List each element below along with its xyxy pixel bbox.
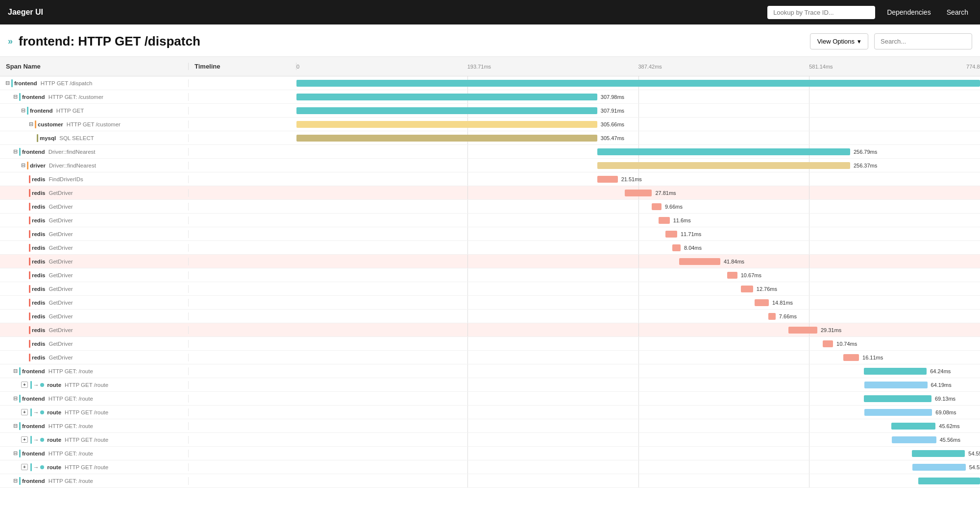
collapse-toggle[interactable]: ⊟ — [13, 395, 18, 402]
span-name-cell: mysqlSQL SELECT — [0, 134, 189, 142]
tick-line — [467, 227, 468, 240]
span-bar-cell: 14.81ms — [296, 296, 980, 309]
span-bar-cell: 12.76ms — [296, 282, 980, 295]
header: Jaeger UI Dependencies Search — [0, 0, 980, 24]
span-name-cell: ⊟ driverDriver::findNearest — [0, 162, 189, 169]
operation-label: GetDriver — [49, 300, 73, 306]
tick-line — [809, 255, 809, 268]
span-bar-cell: 10.74ms — [296, 337, 980, 350]
tick-line — [809, 378, 809, 391]
expand-toggle[interactable]: + — [21, 436, 28, 443]
operation-label: HTTP GET: /route — [49, 478, 93, 484]
tick-line — [809, 131, 809, 144]
tick-line — [638, 392, 639, 405]
dest-service-label: route — [47, 409, 61, 415]
tick-line — [467, 255, 468, 268]
page-title: frontend: HTTP GET /dispatch — [19, 34, 804, 49]
span-bar — [788, 327, 817, 334]
service-label: customer — [38, 121, 63, 127]
collapse-toggle[interactable]: ⊟ — [13, 94, 18, 100]
tick-line — [467, 419, 468, 432]
dependencies-button[interactable]: Dependencies — [883, 5, 935, 19]
operation-label: GetDriver — [49, 190, 73, 196]
tick-line — [638, 241, 639, 254]
service-color-bar — [29, 244, 30, 252]
search-button[interactable]: Search — [943, 5, 972, 19]
span-arrow: → — [33, 464, 39, 470]
collapse-toggle[interactable]: ⊟ — [13, 148, 18, 155]
tick-line — [809, 406, 809, 419]
span-bar-cell: 66.85ms — [296, 474, 980, 487]
collapse-toggle[interactable]: ⊟ — [13, 423, 18, 429]
span-duration-label: 305.47ms — [601, 135, 624, 141]
operation-label: HTTP GET: /route — [49, 396, 93, 402]
tick-line — [638, 118, 639, 131]
collapse-toggle[interactable]: ⊟ — [13, 368, 18, 374]
span-bar — [918, 478, 980, 484]
service-color-bar — [29, 340, 30, 348]
trace-id-lookup[interactable] — [767, 6, 875, 19]
service-label: redis — [32, 313, 46, 319]
span-search-input[interactable] — [874, 33, 972, 49]
table-row: ⊟ frontendHTTP GET: /route66.85ms — [0, 474, 980, 488]
tick-line — [809, 227, 809, 240]
service-label: redis — [32, 176, 46, 182]
span-name-cell: + → routeHTTP GET /route — [0, 408, 189, 416]
service-label: redis — [32, 286, 46, 292]
operation-label: HTTP GET /route — [65, 382, 108, 388]
collapse-toggle[interactable]: ⊟ — [13, 478, 18, 484]
table-row: redisGetDriver14.81ms — [0, 296, 980, 310]
dest-service-label: route — [47, 464, 61, 470]
span-arrow: → — [33, 382, 39, 388]
collapse-toggle[interactable]: ⊟ — [21, 107, 25, 114]
span-bar — [652, 203, 662, 210]
span-bar — [864, 368, 927, 375]
table-row: + → routeHTTP GET /route54.52ms — [0, 460, 980, 474]
service-color-bar — [19, 422, 21, 430]
tick-line — [467, 460, 468, 474]
span-bar-cell: 45.62ms — [296, 419, 980, 432]
expand-toggle[interactable]: + — [21, 382, 28, 388]
operation-label: HTTP GET: /route — [49, 451, 93, 456]
view-options-button[interactable]: View Options ▾ — [810, 33, 868, 49]
span-arrow: → — [33, 409, 39, 415]
tick-line — [467, 433, 468, 446]
span-name-cell: redisGetDriver — [0, 312, 189, 320]
dest-service-label: route — [47, 382, 61, 388]
span-bar — [741, 286, 753, 292]
operation-label: HTTP GET: /route — [49, 423, 93, 429]
span-bar — [665, 231, 677, 238]
span-bar — [296, 135, 597, 142]
tick-line — [467, 474, 468, 487]
table-row: redisFindDriverIDs21.51ms — [0, 172, 980, 186]
service-label: redis — [32, 190, 46, 196]
span-bar-cell: 305.47ms — [296, 131, 980, 144]
span-bar-cell: 64.24ms — [296, 364, 980, 378]
span-name-cell: ⊟ frontendHTTP GET: /route — [0, 367, 189, 375]
operation-label: GetDriver — [49, 355, 73, 360]
expand-toggle[interactable]: + — [21, 464, 28, 470]
tick-line — [809, 214, 809, 227]
service-color-bar — [30, 408, 32, 416]
tick-line — [467, 310, 468, 323]
operation-label: HTTP GET: /route — [49, 368, 93, 374]
collapse-toggle[interactable]: ⊟ — [29, 121, 33, 127]
tick-line — [809, 419, 809, 432]
span-bar — [864, 395, 931, 402]
expand-chevron[interactable]: » — [8, 36, 13, 47]
table-row: redisGetDriver41.84ms — [0, 255, 980, 268]
collapse-toggle[interactable]: ⊟ — [13, 450, 18, 456]
service-label: frontend — [22, 451, 45, 456]
collapse-toggle[interactable]: ⊟ — [21, 162, 25, 168]
service-color-bar — [19, 148, 21, 156]
service-label: redis — [32, 355, 46, 360]
collapse-toggle[interactable]: ⊟ — [5, 80, 10, 86]
chevron-down-icon: ▾ — [858, 38, 861, 45]
tick-2: 387.42ms — [638, 64, 662, 70]
span-duration-label: 45.56ms — [940, 437, 960, 443]
tick-line — [809, 310, 809, 323]
expand-toggle[interactable]: + — [21, 409, 28, 415]
service-label: frontend — [22, 94, 45, 100]
span-bar-cell: 11.71ms — [296, 227, 980, 240]
span-bar — [296, 107, 597, 114]
